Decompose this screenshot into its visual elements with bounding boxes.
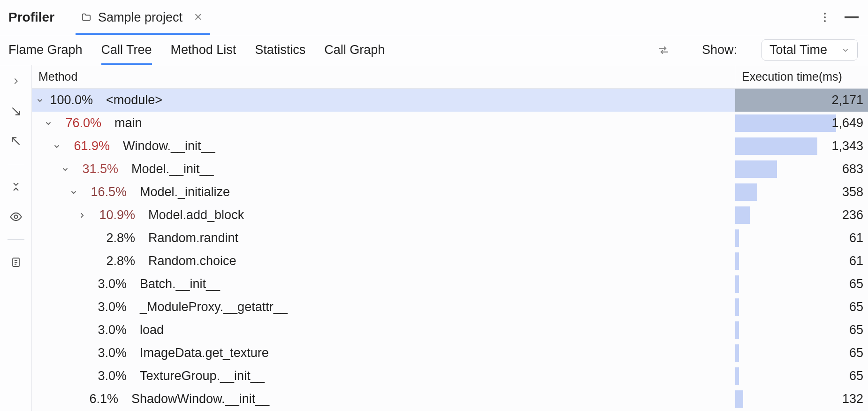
chevron-down-icon[interactable] <box>61 165 71 174</box>
exec-bar <box>735 298 739 316</box>
exec-bar <box>735 114 836 132</box>
more-menu-button[interactable] <box>816 9 833 26</box>
tab-call-graph[interactable]: Call Graph <box>324 35 385 65</box>
tree-row[interactable]: 3.0%_ModuleProxy.__getattr__65 <box>32 296 868 319</box>
method-name: Model._initialize <box>140 185 230 199</box>
exec-value: 2,171 <box>831 93 863 107</box>
chevron-down-icon[interactable] <box>69 188 80 197</box>
view-tabs: Flame Graph Call Tree Method List Statis… <box>0 35 868 65</box>
call-tree-rows[interactable]: 100.0%<module>2,17176.0%main1,64961.9%Wi… <box>32 89 868 411</box>
method-name: Window.__init__ <box>123 139 215 153</box>
tree-row[interactable]: 100.0%<module>2,171 <box>32 89 868 112</box>
tree-row[interactable]: 61.9%Window.__init__1,343 <box>32 135 868 158</box>
project-tab[interactable]: Sample project ✕ <box>76 0 210 35</box>
percentage: 3.0% <box>80 277 127 291</box>
method-name: Model.__init__ <box>131 162 214 176</box>
exec-value: 683 <box>842 162 863 176</box>
chevron-right-icon[interactable] <box>78 211 88 220</box>
exec-value: 65 <box>849 346 863 360</box>
percentage: 2.8% <box>88 231 135 245</box>
percentage: 76.0% <box>54 116 101 130</box>
method-name: Random.randint <box>148 231 238 245</box>
exec-value: 358 <box>842 185 863 199</box>
tab-flame-graph[interactable]: Flame Graph <box>8 35 83 65</box>
exec-value: 1,343 <box>831 139 863 153</box>
method-name: <module> <box>106 93 162 107</box>
tree-row[interactable]: 2.8%Random.randint61 <box>32 227 868 250</box>
chevron-down-icon[interactable] <box>36 96 46 105</box>
show-dropdown-value: Total Time <box>769 43 827 57</box>
exec-bar <box>735 229 739 247</box>
percentage: 16.5% <box>80 185 127 199</box>
method-name: ShadowWindow.__init__ <box>131 392 269 406</box>
exec-bar <box>735 367 739 385</box>
method-name: Random.choice <box>148 254 236 268</box>
minimize-button[interactable] <box>845 16 859 18</box>
exec-value: 65 <box>849 300 863 314</box>
col-execution-time[interactable]: Execution time(ms) <box>735 65 868 88</box>
eye-icon[interactable] <box>8 209 23 224</box>
exec-bar <box>735 137 817 155</box>
method-name: TextureGroup.__init__ <box>140 369 265 383</box>
tree-row[interactable]: 3.0%TextureGroup.__init__65 <box>32 365 868 388</box>
exec-bar <box>735 252 739 270</box>
exec-bar <box>735 275 739 293</box>
percentage: 3.0% <box>80 346 127 360</box>
col-method[interactable]: Method <box>32 65 735 88</box>
chevron-down-icon[interactable] <box>53 142 63 151</box>
close-tab-button[interactable]: ✕ <box>191 8 205 26</box>
tree-row[interactable]: 3.0%Batch.__init__65 <box>32 273 868 296</box>
tree-row[interactable]: 31.5%Model.__init__683 <box>32 158 868 181</box>
percentage: 31.5% <box>71 162 118 176</box>
percentage: 3.0% <box>80 300 127 314</box>
method-name: Batch.__init__ <box>140 277 220 291</box>
tree-row[interactable]: 6.1%ShadowWindow.__init__132 <box>32 388 868 411</box>
arrow-down-right-icon[interactable] <box>8 104 23 119</box>
tree-row[interactable]: 76.0%main1,649 <box>32 112 868 135</box>
document-icon[interactable] <box>8 255 23 270</box>
method-name: ImageData.get_texture <box>140 346 269 360</box>
exec-bar <box>735 344 739 362</box>
percentage: 6.1% <box>71 392 118 406</box>
arrow-up-left-icon[interactable] <box>8 134 23 149</box>
swap-icon[interactable] <box>655 42 672 59</box>
exec-value: 132 <box>842 392 863 406</box>
chevron-down-icon[interactable] <box>44 119 54 128</box>
exec-bar <box>735 160 777 178</box>
tree-row[interactable]: 3.0%ImageData.get_texture65 <box>32 342 868 365</box>
tree-row[interactable]: 10.9%Model.add_block236 <box>32 204 868 227</box>
exec-value: 61 <box>849 231 863 245</box>
percentage: 10.9% <box>88 208 135 222</box>
method-name: main <box>114 116 142 130</box>
exec-value: 236 <box>842 208 863 222</box>
exec-value: 61 <box>849 254 863 268</box>
chevron-right-icon[interactable] <box>8 74 23 89</box>
show-label: Show: <box>702 43 737 57</box>
exec-value: 65 <box>849 323 863 337</box>
exec-bar <box>735 206 750 224</box>
svg-point-0 <box>14 215 17 219</box>
show-dropdown[interactable]: Total Time <box>761 39 858 61</box>
tree-row[interactable]: 16.5%Model._initialize358 <box>32 181 868 204</box>
percentage: 61.9% <box>63 139 110 153</box>
tree-row[interactable]: 2.8%Random.choice61 <box>32 250 868 273</box>
exec-value: 65 <box>849 277 863 291</box>
collapse-icon[interactable] <box>8 179 23 194</box>
tree-row[interactable]: 3.0%load65 <box>32 319 868 342</box>
exec-bar <box>735 390 743 408</box>
method-name: _ModuleProxy.__getattr__ <box>140 300 288 314</box>
project-tab-label: Sample project <box>98 10 183 25</box>
gutter-separator <box>8 239 24 240</box>
table-header: Method Execution time(ms) <box>32 65 868 89</box>
exec-value: 1,649 <box>831 116 863 130</box>
tab-call-tree[interactable]: Call Tree <box>101 35 152 65</box>
percentage: 3.0% <box>80 323 127 337</box>
tab-statistics[interactable]: Statistics <box>255 35 305 65</box>
percentage: 2.8% <box>88 254 135 268</box>
tab-method-list[interactable]: Method List <box>171 35 236 65</box>
percentage: 3.0% <box>80 369 127 383</box>
gutter-separator <box>8 164 24 164</box>
exec-value: 65 <box>849 369 863 383</box>
exec-bar <box>735 321 739 339</box>
tool-title: Profiler <box>8 10 54 25</box>
